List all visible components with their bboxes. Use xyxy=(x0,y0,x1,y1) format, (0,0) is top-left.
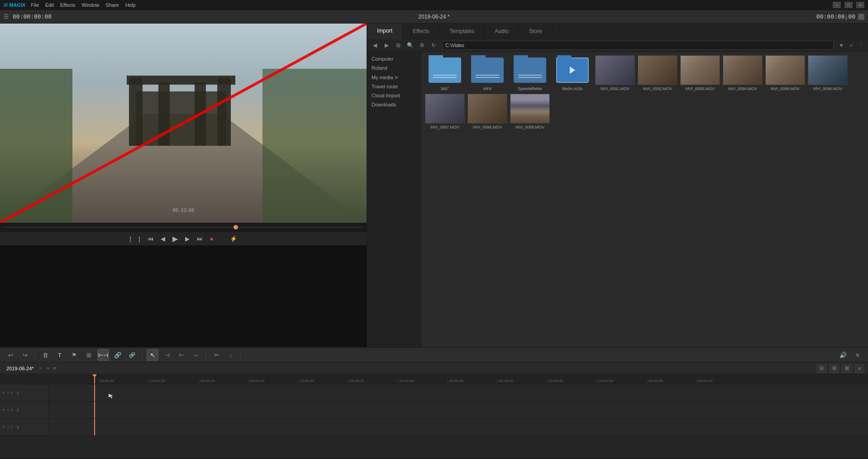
search-button[interactable]: 🔍 xyxy=(405,40,415,50)
redo-button[interactable]: ↪ xyxy=(19,349,31,361)
timeline-close-icon[interactable]: × xyxy=(39,366,42,371)
svg-rect-9 xyxy=(127,76,235,85)
track-2-add-button[interactable]: + xyxy=(7,407,10,412)
folder-360[interactable]: 360° xyxy=(425,55,465,91)
folder-berlin[interactable]: Berlin.m2ts xyxy=(553,55,592,91)
sidebar-item-computer[interactable]: Computer xyxy=(367,54,421,63)
fwd-button[interactable]: ▶ xyxy=(382,40,391,50)
track-2-mute-button[interactable]: × xyxy=(11,407,14,412)
track-3-mute-button[interactable]: × xyxy=(11,425,14,430)
track-1-add-button[interactable]: + xyxy=(7,390,10,395)
menu-effects[interactable]: Effects xyxy=(60,2,75,8)
menu-help[interactable]: Help xyxy=(125,2,136,8)
play-button[interactable]: ▶ xyxy=(171,234,180,244)
ruler-mark-5: ,00:00;25 xyxy=(348,379,397,384)
video-mvi0096[interactable]: MVI_0096.MOV xyxy=(808,55,848,91)
tab-import[interactable]: Import xyxy=(367,24,403,39)
insert-button[interactable]: ↓ xyxy=(225,349,237,361)
video-mvi0099[interactable]: MVI_0099.MOV xyxy=(510,94,550,129)
menu-edit[interactable]: Edit xyxy=(45,2,54,8)
playhead-track-3 xyxy=(94,419,95,435)
undo-button[interactable]: ↩ xyxy=(5,349,16,361)
dropdown-arrow-icon[interactable]: ▼ xyxy=(837,41,845,49)
tab-templates[interactable]: Templates xyxy=(439,24,485,38)
track-3-add-button[interactable]: + xyxy=(7,425,10,430)
razor-button[interactable]: ✂ xyxy=(210,349,222,361)
unlink-button[interactable]: 🔗 xyxy=(126,349,138,361)
track-2-collapse-icon[interactable]: ▼ xyxy=(2,408,5,412)
mark-in-button[interactable]: [ xyxy=(128,234,133,243)
maximize-button[interactable]: □ xyxy=(844,2,853,8)
ripple-button[interactable]: ⊣ xyxy=(161,349,173,361)
more-edit-button[interactable]: ≡ xyxy=(852,349,863,361)
close-button[interactable]: × xyxy=(856,2,864,8)
volume-button[interactable]: 🔊 xyxy=(837,349,849,361)
link-button[interactable]: 🔗 xyxy=(112,349,124,361)
skip-end-button[interactable]: ⏭ xyxy=(195,234,205,243)
timeline-view-expanded-button[interactable]: ⊠ xyxy=(842,364,852,373)
timeline-view-compact-button[interactable]: ⊞ xyxy=(829,364,839,373)
track-1-area[interactable] xyxy=(49,384,868,401)
ruler-mark-8: ,00:00;40 xyxy=(497,379,547,384)
trim-button[interactable]: ⊢⊣ xyxy=(97,349,109,361)
video-mvi0094[interactable]: MVI_0094.MOV xyxy=(723,55,763,91)
more-options-button[interactable]: ⋮ xyxy=(857,41,865,49)
mark-out-button[interactable]: ] xyxy=(137,234,142,243)
hamburger-icon[interactable]: ☰ xyxy=(4,13,9,20)
window-fit-button[interactable]: □ xyxy=(858,14,864,20)
timeline-view-normal-button[interactable]: ⊟ xyxy=(816,364,826,373)
menu-file[interactable]: File xyxy=(31,2,39,8)
beats-button[interactable]: ⊞ xyxy=(83,349,95,361)
back-button[interactable]: ◀ xyxy=(370,40,380,50)
sidebar-item-cloud-import[interactable]: Cloud Import xyxy=(367,91,421,100)
text-button[interactable]: T xyxy=(54,349,66,361)
track-row-3: ▼ + × 3 xyxy=(0,419,868,436)
track-3-collapse-icon[interactable]: ▼ xyxy=(2,425,5,429)
step-back-button[interactable]: ◀ xyxy=(159,234,167,243)
roll-button[interactable]: ⊢ xyxy=(176,349,187,361)
skip-start-button[interactable]: ⏮ xyxy=(146,234,155,243)
timeline-tab[interactable]: 2019-06-24* xyxy=(4,366,37,371)
video-mvi0097[interactable]: MVI_0097.MOV xyxy=(425,94,465,129)
settings-button[interactable]: ⚙ xyxy=(417,40,427,50)
more-controls-button[interactable]: ⚡ xyxy=(228,234,239,243)
separator-4 xyxy=(241,350,241,359)
track-1-collapse-icon[interactable]: ▼ xyxy=(2,391,5,395)
tab-effects[interactable]: Effects xyxy=(403,24,439,38)
track-3-area[interactable] xyxy=(49,419,868,435)
folder-mp4[interactable]: MP4 xyxy=(467,55,507,91)
step-fwd-button[interactable]: ▶ xyxy=(183,234,191,243)
grid-view-button[interactable]: ⊞ xyxy=(393,40,403,50)
record-button[interactable]: ● xyxy=(208,234,215,243)
track-1-mute-button[interactable]: × xyxy=(11,390,14,395)
timeline-expand-icon[interactable]: ▼ xyxy=(52,366,57,371)
menu-window[interactable]: Window xyxy=(81,2,99,8)
add-folder-button[interactable]: + xyxy=(847,41,855,49)
video-mvi0098[interactable]: MVI_0098.MOV xyxy=(467,94,507,129)
tab-audio[interactable]: Audio xyxy=(485,24,519,38)
sidebar-item-my-media[interactable]: My media ▶ xyxy=(367,72,421,82)
tab-store[interactable]: Store xyxy=(519,24,553,38)
cursor-button[interactable]: ↖ xyxy=(147,349,158,361)
video-mvi0093[interactable]: MVI_0093.MOV xyxy=(680,55,720,91)
timeline-add-button[interactable]: + xyxy=(46,365,49,372)
sidebar-item-downloads[interactable]: Downloads xyxy=(367,100,421,109)
playhead-arrow-1 xyxy=(91,384,98,385)
video-mvi0093-label: MVI_0093.MOV xyxy=(686,86,715,91)
marker-button[interactable]: ⚑ xyxy=(68,349,80,361)
stretch-button[interactable]: ↔ xyxy=(190,349,202,361)
track-2-area[interactable] xyxy=(49,402,868,418)
refresh-button[interactable]: ↻ xyxy=(429,40,439,50)
video-thumb-mvi0093 xyxy=(680,55,720,85)
minimize-button[interactable]: − xyxy=(833,2,841,8)
video-mvi0092[interactable]: MVI_0092.MOV xyxy=(638,55,677,91)
video-mvi0091[interactable]: MVI_0091.MOV xyxy=(595,55,635,91)
folder-speedeffekte[interactable]: Speedeffekte xyxy=(510,55,550,91)
menu-share[interactable]: Share xyxy=(106,2,119,8)
sidebar-item-roland[interactable]: Roland xyxy=(367,63,421,72)
delete-button[interactable]: 🗑 xyxy=(39,349,51,361)
video-mvi0095[interactable]: MVI_0095.MOV xyxy=(765,55,805,91)
timeline-view-option-button[interactable]: ≡ xyxy=(854,364,864,373)
path-input[interactable] xyxy=(442,41,834,50)
sidebar-item-travel-route[interactable]: Travel route xyxy=(367,82,421,91)
